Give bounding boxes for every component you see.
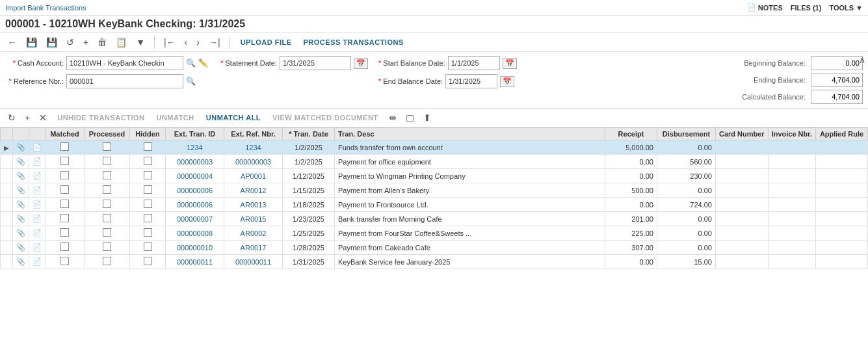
col-applied-rule[interactable]: Applied Rule bbox=[816, 128, 868, 140]
hidden-checkbox[interactable] bbox=[144, 257, 152, 265]
attach-icon[interactable]: 📎 bbox=[16, 143, 25, 151]
row-ext-ref-nbr[interactable]: AR0013 bbox=[224, 198, 283, 212]
statement-date-calendar-button[interactable]: 📅 bbox=[354, 58, 368, 69]
row-matched-cell[interactable] bbox=[46, 255, 85, 269]
row-ext-tran-id[interactable]: 000000008 bbox=[166, 226, 224, 241]
form-collapse-button[interactable]: ∧ bbox=[859, 55, 865, 65]
doc-icon[interactable]: 📄 bbox=[33, 186, 42, 194]
table-row[interactable]: ▶ 📎 📄 1234 1234 1/2/2025 Funds transfer … bbox=[1, 140, 868, 155]
row-hidden-cell[interactable] bbox=[130, 155, 166, 169]
row-processed-cell[interactable] bbox=[85, 155, 130, 169]
row-matched-cell[interactable] bbox=[46, 155, 85, 169]
doc-icon[interactable]: 📄 bbox=[33, 257, 42, 265]
save-button[interactable]: 💾 bbox=[23, 36, 40, 49]
delete-button[interactable]: 🗑 bbox=[95, 36, 109, 49]
attach-icon[interactable]: 📎 bbox=[16, 200, 25, 208]
attach-icon[interactable]: 📎 bbox=[16, 257, 25, 265]
unhide-transaction-button[interactable]: UNHIDE TRANSACTION bbox=[53, 112, 148, 123]
copy-dropdown-button[interactable]: ▼ bbox=[133, 36, 148, 49]
row-ext-ref-nbr[interactable]: AR0017 bbox=[224, 241, 283, 255]
col-card-number[interactable]: Card Number bbox=[715, 128, 768, 140]
delete-row-button[interactable]: ✕ bbox=[36, 111, 49, 124]
row-ext-tran-id[interactable]: 000000011 bbox=[166, 255, 224, 269]
row-matched-cell[interactable] bbox=[46, 169, 85, 183]
row-matched-cell[interactable] bbox=[46, 226, 85, 241]
col-tran-desc[interactable]: Tran. Desc bbox=[335, 128, 605, 140]
row-ext-ref-nbr[interactable]: 000000011 bbox=[224, 255, 283, 269]
back-button[interactable]: ← bbox=[5, 36, 20, 49]
table-row[interactable]: 📎 📄 000000010 AR0017 1/28/2025 Payment f… bbox=[1, 241, 868, 255]
processed-checkbox[interactable] bbox=[103, 242, 111, 251]
row-ext-tran-id[interactable]: 1234 bbox=[166, 140, 224, 155]
hidden-checkbox[interactable] bbox=[144, 242, 152, 251]
processed-checkbox[interactable] bbox=[103, 157, 111, 165]
row-hidden-cell[interactable] bbox=[130, 226, 166, 241]
row-ext-tran-id[interactable]: 000000006 bbox=[166, 183, 224, 198]
col-matched[interactable]: Matched bbox=[46, 128, 85, 140]
table-row[interactable]: 📎 📄 000000006 AR0013 1/18/2025 Payment t… bbox=[1, 198, 868, 212]
fit-columns-button[interactable]: ⇼ bbox=[386, 111, 399, 124]
breadcrumb-link[interactable]: Import Bank Transactions bbox=[5, 4, 86, 12]
col-disbursement[interactable]: Disbursement bbox=[657, 128, 715, 140]
row-matched-cell[interactable] bbox=[46, 140, 85, 155]
table-row[interactable]: 📎 📄 000000003 000000003 1/2/2025 Payment… bbox=[1, 155, 868, 169]
processed-checkbox[interactable] bbox=[103, 228, 111, 237]
hidden-checkbox[interactable] bbox=[144, 214, 152, 222]
row-ext-ref-nbr[interactable]: AR0002 bbox=[224, 226, 283, 241]
add-row-button[interactable]: + bbox=[22, 111, 33, 124]
matched-checkbox[interactable] bbox=[60, 228, 69, 237]
ref-nbr-search-button[interactable]: 🔍 bbox=[186, 77, 196, 86]
row-hidden-cell[interactable] bbox=[130, 241, 166, 255]
processed-checkbox[interactable] bbox=[103, 142, 111, 151]
doc-icon[interactable]: 📄 bbox=[33, 172, 42, 179]
matched-checkbox[interactable] bbox=[60, 257, 69, 265]
row-hidden-cell[interactable] bbox=[130, 169, 166, 183]
process-transactions-button[interactable]: PROCESS TRANSACTIONS bbox=[300, 37, 408, 47]
hidden-checkbox[interactable] bbox=[144, 142, 152, 151]
row-processed-cell[interactable] bbox=[85, 212, 130, 226]
table-row[interactable]: 📎 📄 000000004 AP0001 1/12/2025 Payment t… bbox=[1, 169, 868, 183]
attach-icon[interactable]: 📎 bbox=[16, 172, 25, 179]
table-row[interactable]: 📎 📄 000000008 AR0002 1/25/2025 Payment f… bbox=[1, 226, 868, 241]
hidden-checkbox[interactable] bbox=[144, 228, 152, 237]
row-ext-ref-nbr[interactable]: 000000003 bbox=[224, 155, 283, 169]
end-balance-date-calendar-button[interactable]: 📅 bbox=[500, 76, 514, 87]
processed-checkbox[interactable] bbox=[103, 200, 111, 208]
processed-checkbox[interactable] bbox=[103, 185, 111, 194]
attach-icon[interactable]: 📎 bbox=[16, 243, 25, 251]
row-processed-cell[interactable] bbox=[85, 140, 130, 155]
row-hidden-cell[interactable] bbox=[130, 198, 166, 212]
doc-icon[interactable]: 📄 bbox=[33, 215, 42, 222]
row-ext-ref-nbr[interactable]: AR0012 bbox=[224, 183, 283, 198]
table-row[interactable]: 📎 📄 000000006 AR0012 1/15/2025 Payment f… bbox=[1, 183, 868, 198]
ending-balance-input[interactable] bbox=[811, 73, 863, 87]
ref-nbr-input[interactable] bbox=[66, 74, 183, 88]
doc-icon[interactable]: 📄 bbox=[33, 143, 42, 151]
last-button[interactable]: →| bbox=[206, 36, 223, 49]
start-balance-date-calendar-button[interactable]: 📅 bbox=[503, 58, 517, 69]
save-close-button[interactable]: 💾 bbox=[44, 36, 60, 49]
upload-icon-button[interactable]: ⬆ bbox=[421, 111, 434, 124]
attach-icon[interactable]: 📎 bbox=[16, 215, 25, 222]
matched-checkbox[interactable] bbox=[60, 171, 69, 179]
table-row[interactable]: 📎 📄 000000011 000000011 1/31/2025 KeyBan… bbox=[1, 255, 868, 269]
hidden-checkbox[interactable] bbox=[144, 157, 152, 165]
beginning-balance-input[interactable] bbox=[811, 56, 863, 70]
prev-button[interactable]: ‹ bbox=[182, 36, 191, 49]
row-matched-cell[interactable] bbox=[46, 198, 85, 212]
row-hidden-cell[interactable] bbox=[130, 183, 166, 198]
refresh-button[interactable]: ↻ bbox=[5, 111, 18, 124]
doc-icon[interactable]: 📄 bbox=[33, 229, 42, 237]
matched-checkbox[interactable] bbox=[60, 200, 69, 208]
row-processed-cell[interactable] bbox=[85, 198, 130, 212]
end-balance-date-input[interactable] bbox=[445, 74, 497, 88]
doc-icon[interactable]: 📄 bbox=[33, 157, 42, 165]
row-ext-tran-id[interactable]: 000000006 bbox=[166, 198, 224, 212]
row-hidden-cell[interactable] bbox=[130, 140, 166, 155]
col-ext-ref-nbr[interactable]: Ext. Ref. Nbr. bbox=[224, 128, 283, 140]
col-ext-tran-id[interactable]: Ext. Tran. ID bbox=[166, 128, 224, 140]
table-row[interactable]: 📎 📄 000000007 AR0015 1/23/2025 Bank tran… bbox=[1, 212, 868, 226]
row-processed-cell[interactable] bbox=[85, 241, 130, 255]
attach-icon[interactable]: 📎 bbox=[16, 186, 25, 194]
doc-icon[interactable]: 📄 bbox=[33, 200, 42, 208]
